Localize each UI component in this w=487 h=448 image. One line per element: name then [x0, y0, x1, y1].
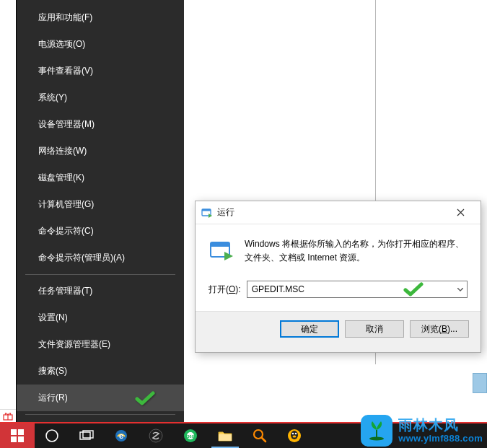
taskbar-pin-everything[interactable]: [242, 423, 277, 448]
svg-point-24: [292, 433, 294, 435]
run-dialog: 运行 Windows 将根据你所输入的名称，为你打开相应的程序、文件夹、文档或 …: [195, 201, 481, 353]
menu-label: 命令提示符(管理员)(A): [38, 252, 125, 263]
menu-item-task-manager[interactable]: 任务管理器(T): [17, 278, 184, 304]
svg-point-26: [293, 436, 297, 438]
open-input-combo[interactable]: [247, 281, 468, 298]
menu-item-power-options[interactable]: 电源选项(O): [17, 31, 184, 58]
menu-item-settings[interactable]: 设置(N): [17, 304, 184, 331]
taskbar-pin-360[interactable]: 360: [173, 423, 208, 448]
cortana-button[interactable]: [35, 423, 69, 448]
watermark-brand-name: 雨林木风: [398, 417, 483, 434]
menu-label: 设置(N): [38, 312, 68, 322]
cancel-button[interactable]: 取消: [345, 320, 404, 338]
close-button[interactable]: [446, 203, 475, 223]
menu-label: 设备管理器(M): [38, 119, 95, 129]
menu-item-network-connections[interactable]: 网络连接(W): [17, 138, 184, 164]
menu-label: 文件资源管理器(E): [38, 339, 110, 349]
menu-item-computer-management[interactable]: 计算机管理(G): [17, 191, 184, 218]
green-check-icon: [135, 391, 155, 405]
svg-rect-5: [211, 242, 229, 247]
svg-rect-3: [202, 209, 211, 211]
dialog-description: Windows 将根据你所输入的名称，为你打开相应的程序、文件夹、文档或 Int…: [245, 237, 468, 265]
dialog-input-row: 打开(O):: [196, 281, 481, 311]
dialog-titlebar[interactable]: 运行: [196, 201, 481, 224]
menu-label: 计算机管理(G): [38, 199, 94, 209]
run-dialog-icon: [209, 237, 234, 263]
menu-label: 磁盘管理(K): [38, 172, 84, 183]
menu-separator: [25, 274, 175, 275]
menu-item-system[interactable]: 系统(Y): [17, 84, 184, 111]
menu-item-device-manager[interactable]: 设备管理器(M): [17, 111, 184, 138]
menu-label: 系统(Y): [38, 92, 67, 102]
svg-rect-7: [18, 429, 24, 435]
menu-label: 应用和功能(F): [38, 12, 92, 22]
svg-text:360: 360: [187, 434, 195, 439]
menu-item-event-viewer[interactable]: 事件查看器(V): [17, 58, 184, 84]
ok-button[interactable]: 确定: [280, 320, 339, 338]
menu-label: 搜索(S): [38, 366, 67, 376]
taskbar-pin-explorer[interactable]: [208, 423, 242, 448]
taskbar-pin-qq[interactable]: [277, 423, 312, 448]
partial-blue-panel: [473, 373, 487, 393]
dialog-title: 运行: [217, 206, 446, 219]
taskbar-pin-sogou[interactable]: [139, 423, 173, 448]
menu-item-run[interactable]: 运行(R): [17, 385, 184, 411]
watermark-logo: 雨林木风 www.ylmf888.com: [361, 415, 483, 447]
svg-rect-6: [11, 429, 17, 435]
menu-label: 事件查看器(V): [38, 66, 93, 76]
green-check-icon: [403, 282, 424, 297]
tray-gift-icon: [0, 409, 16, 422]
chevron-down-icon[interactable]: [454, 281, 467, 297]
svg-rect-19: [219, 434, 232, 441]
menu-item-file-explorer[interactable]: 文件资源管理器(E): [17, 331, 184, 358]
taskbar-pin-ie[interactable]: e: [104, 423, 139, 448]
svg-point-10: [46, 430, 58, 442]
watermark-text: 雨林木风 www.ylmf888.com: [398, 417, 483, 444]
menu-item-apps-features[interactable]: 应用和功能(F): [17, 4, 184, 31]
menu-separator: [25, 414, 175, 415]
svg-line-21: [262, 438, 266, 442]
menu-item-disk-management[interactable]: 磁盘管理(K): [17, 164, 184, 191]
svg-rect-8: [11, 436, 17, 442]
svg-point-23: [291, 431, 298, 439]
watermark-url: www.ylmf888.com: [398, 434, 483, 444]
menu-label: 网络连接(W): [38, 146, 87, 156]
menu-item-command-prompt[interactable]: 命令提示符(C): [17, 218, 184, 245]
menu-item-search[interactable]: 搜索(S): [17, 358, 184, 385]
svg-text:e: e: [119, 431, 123, 440]
dialog-footer: 确定 取消 浏览(B)...: [196, 311, 481, 346]
run-title-icon: [201, 207, 213, 219]
start-button[interactable]: [0, 423, 35, 448]
browse-button[interactable]: 浏览(B)...: [410, 320, 469, 338]
task-view-button[interactable]: [69, 423, 104, 448]
dialog-body: Windows 将根据你所输入的名称，为你打开相应的程序、文件夹、文档或 Int…: [196, 224, 481, 281]
menu-label: 命令提示符(C): [38, 226, 94, 236]
open-label: 打开(O):: [209, 284, 241, 296]
menu-label: 运行(R): [38, 392, 68, 403]
menu-item-command-prompt-admin[interactable]: 命令提示符(管理员)(A): [17, 245, 184, 271]
menu-label: 电源选项(O): [38, 39, 85, 49]
winx-context-menu: 应用和功能(F) 电源选项(O) 事件查看器(V) 系统(Y) 设备管理器(M)…: [16, 0, 184, 422]
svg-point-25: [295, 433, 297, 435]
watermark-icon: [361, 415, 392, 447]
svg-rect-9: [18, 436, 24, 442]
menu-label: 任务管理器(T): [38, 286, 92, 296]
